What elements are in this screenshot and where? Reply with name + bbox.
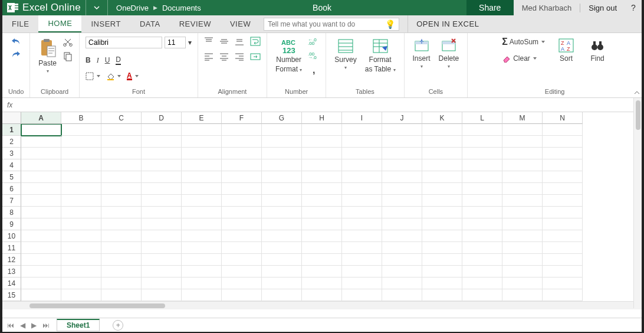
cell[interactable] [502, 195, 543, 207]
cell[interactable] [502, 254, 543, 266]
cell[interactable] [21, 278, 61, 289]
cell[interactable] [302, 171, 342, 183]
column-header[interactable]: F [222, 112, 262, 124]
cell[interactable] [61, 195, 101, 207]
cell[interactable] [262, 266, 302, 278]
cell[interactable] [21, 266, 61, 278]
cell[interactable] [382, 171, 422, 183]
cell[interactable] [342, 230, 382, 242]
cell[interactable] [222, 242, 262, 254]
cell[interactable] [462, 183, 502, 195]
cut-button[interactable] [63, 37, 73, 47]
double-underline-button[interactable]: D [116, 56, 121, 65]
cell[interactable] [262, 195, 302, 207]
cell[interactable] [142, 136, 182, 148]
cell[interactable] [262, 254, 302, 266]
cell[interactable] [222, 289, 262, 301]
borders-button[interactable] [86, 72, 100, 80]
cell[interactable] [302, 136, 342, 148]
cell[interactable] [182, 207, 222, 218]
cell[interactable] [21, 183, 61, 195]
cell[interactable] [422, 218, 462, 230]
tell-me-search[interactable]: 💡 [264, 18, 399, 31]
cell[interactable] [543, 159, 583, 171]
cell[interactable] [222, 278, 262, 289]
cell[interactable] [422, 124, 462, 136]
cell[interactable] [462, 124, 502, 136]
cell[interactable] [382, 136, 422, 148]
cell[interactable] [61, 124, 101, 136]
cell[interactable] [302, 254, 342, 266]
cell[interactable] [142, 124, 182, 136]
sign-out-link[interactable]: Sign out [580, 4, 617, 12]
cell[interactable] [382, 289, 422, 301]
cell[interactable] [101, 218, 142, 230]
merge-button[interactable] [250, 52, 261, 61]
align-top-button[interactable] [204, 37, 213, 45]
cell[interactable] [382, 207, 422, 218]
cell[interactable] [382, 183, 422, 195]
cell[interactable] [342, 195, 382, 207]
cell[interactable] [101, 266, 142, 278]
column-header[interactable]: L [462, 112, 502, 124]
cell[interactable] [502, 148, 543, 159]
cell[interactable] [302, 124, 342, 136]
user-name[interactable]: Med Kharbach [522, 4, 572, 12]
cell[interactable] [222, 218, 262, 230]
cell[interactable] [543, 242, 583, 254]
cell[interactable] [142, 242, 182, 254]
sheet-next-button[interactable]: ▶ [31, 321, 37, 329]
hscroll-thumb[interactable] [29, 303, 165, 308]
cell[interactable] [61, 266, 101, 278]
share-button[interactable]: Share [466, 0, 514, 15]
row-header[interactable]: 6 [2, 183, 21, 195]
cell[interactable] [422, 289, 462, 301]
cell[interactable] [61, 230, 101, 242]
cell[interactable] [382, 159, 422, 171]
cell[interactable] [382, 266, 422, 278]
cell[interactable] [101, 136, 142, 148]
cell[interactable] [502, 207, 543, 218]
tab-home[interactable]: HOME [38, 15, 81, 32]
cell[interactable] [142, 207, 182, 218]
align-middle-button[interactable] [219, 37, 229, 45]
cell[interactable] [101, 254, 142, 266]
row-header[interactable]: 15 [2, 289, 21, 301]
cell[interactable] [462, 278, 502, 289]
cell[interactable] [342, 171, 382, 183]
add-sheet-button[interactable]: + [113, 320, 123, 331]
horizontal-scrollbar[interactable] [2, 301, 642, 309]
cell[interactable] [101, 278, 142, 289]
row-header[interactable]: 14 [2, 278, 21, 289]
cell[interactable] [342, 148, 382, 159]
cell[interactable] [262, 230, 302, 242]
cell[interactable] [543, 289, 583, 301]
cell[interactable] [222, 207, 262, 218]
cell[interactable] [101, 124, 142, 136]
select-all-corner[interactable] [2, 112, 21, 124]
column-header[interactable]: B [61, 112, 101, 124]
cell[interactable] [222, 148, 262, 159]
row-header[interactable]: 12 [2, 254, 21, 266]
row-header[interactable]: 7 [2, 195, 21, 207]
cell[interactable] [142, 218, 182, 230]
cell[interactable] [422, 207, 462, 218]
cell[interactable] [543, 207, 583, 218]
open-in-excel-button[interactable]: OPEN IN EXCEL [408, 15, 487, 32]
cell[interactable] [302, 148, 342, 159]
cell[interactable] [462, 266, 502, 278]
cell[interactable] [382, 148, 422, 159]
cell[interactable] [222, 183, 262, 195]
cell[interactable] [302, 218, 342, 230]
document-title[interactable]: Book [313, 3, 331, 12]
cell[interactable] [101, 207, 142, 218]
copy-button[interactable] [63, 51, 73, 61]
vscroll-thumb[interactable] [636, 100, 640, 130]
app-menu-dropdown[interactable] [86, 0, 108, 15]
cell[interactable] [101, 230, 142, 242]
cell[interactable] [61, 254, 101, 266]
cell[interactable] [302, 289, 342, 301]
cell[interactable] [262, 159, 302, 171]
cell[interactable] [502, 242, 543, 254]
cell[interactable] [222, 230, 262, 242]
